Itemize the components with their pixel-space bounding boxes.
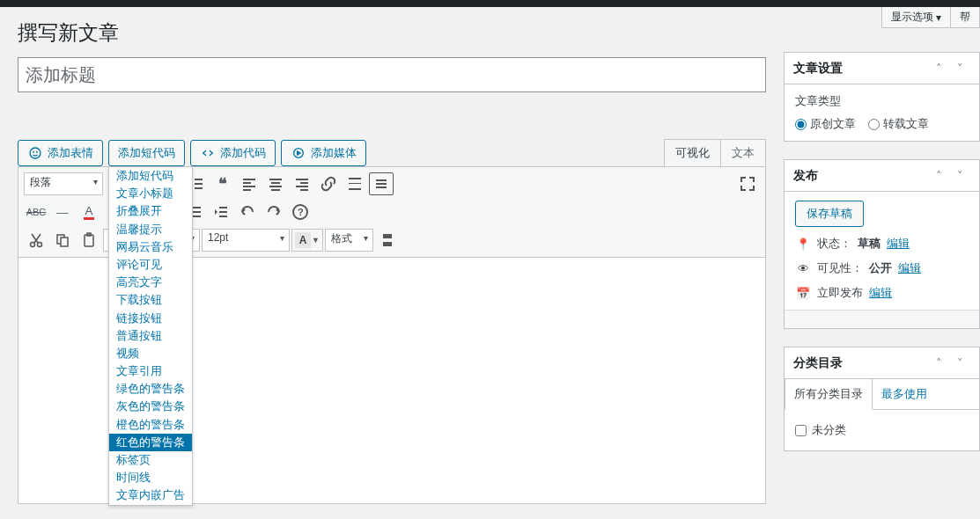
svg-rect-40 xyxy=(219,211,227,213)
shortcode-item[interactable]: 链接按钮 xyxy=(109,310,192,327)
align-left-button[interactable] xyxy=(237,172,262,195)
post-title-input[interactable] xyxy=(18,57,766,92)
move-down-button[interactable]: ˅ xyxy=(949,58,970,79)
paragraph-select[interactable]: 段落 xyxy=(24,172,103,195)
shortcode-item[interactable]: 评论可见 xyxy=(109,256,192,274)
font-size-select[interactable]: 12pt xyxy=(202,229,290,252)
page-break-button[interactable] xyxy=(375,229,400,252)
add-media-button[interactable]: 添加媒体 xyxy=(281,140,366,166)
tab-most-used[interactable]: 最多使用 xyxy=(873,379,936,409)
shortcode-item[interactable]: 温馨提示 xyxy=(109,221,192,238)
shortcode-item[interactable]: 网易云音乐 xyxy=(109,238,192,256)
shortcode-item[interactable]: 折叠展开 xyxy=(109,202,192,220)
svg-rect-18 xyxy=(243,186,255,187)
tab-all-categories[interactable]: 所有分类目录 xyxy=(785,379,873,410)
cut-button[interactable] xyxy=(24,229,48,252)
shortcode-item[interactable]: 高亮文字 xyxy=(109,274,192,291)
screen-options-label: 显示选项 xyxy=(891,10,933,25)
svg-rect-38 xyxy=(193,216,201,217)
svg-rect-36 xyxy=(193,207,201,208)
paste-button[interactable] xyxy=(77,229,101,252)
tab-text[interactable]: 文本 xyxy=(720,139,766,167)
categories-title: 分类目录 xyxy=(793,355,843,371)
svg-rect-13 xyxy=(195,183,203,185)
screen-options-button[interactable]: 显示选项 ▾ xyxy=(881,7,950,28)
shortcode-item[interactable]: 标签页 xyxy=(109,451,192,469)
format-select[interactable]: 格式 xyxy=(325,229,373,252)
category-uncategorized[interactable]: 未分类 xyxy=(795,419,969,442)
toolbar-toggle-button[interactable] xyxy=(369,172,394,195)
edit-status-link[interactable]: 编辑 xyxy=(887,236,910,252)
help-button[interactable]: 帮 xyxy=(950,7,980,28)
shortcode-item[interactable]: 文章内嵌广告 xyxy=(109,486,192,504)
shortcode-item[interactable]: 文章小标题 xyxy=(109,185,192,202)
copy-button[interactable] xyxy=(50,229,75,252)
align-center-button[interactable] xyxy=(263,172,288,195)
svg-rect-39 xyxy=(219,207,227,208)
svg-rect-26 xyxy=(296,186,308,187)
pin-icon: 📍 xyxy=(795,236,811,252)
redo-button[interactable] xyxy=(262,201,286,223)
svg-rect-28 xyxy=(349,178,361,179)
edit-visibility-link[interactable]: 编辑 xyxy=(898,260,921,276)
move-up-button[interactable]: ˄ xyxy=(928,58,949,79)
help-button[interactable]: ? xyxy=(288,201,313,223)
shortcode-item[interactable]: 视频 xyxy=(109,345,192,362)
move-down-button[interactable]: ˅ xyxy=(949,353,970,374)
shortcode-item[interactable]: 橙色的警告条 xyxy=(109,416,192,434)
svg-rect-19 xyxy=(243,189,251,191)
svg-rect-16 xyxy=(243,179,255,180)
svg-rect-41 xyxy=(219,216,227,217)
media-icon xyxy=(291,145,306,161)
post-type-label: 文章类型 xyxy=(795,93,969,109)
bg-color-button[interactable]: A▼ xyxy=(291,229,323,252)
edit-schedule-link[interactable]: 编辑 xyxy=(869,285,892,301)
svg-point-44 xyxy=(31,243,35,247)
svg-rect-23 xyxy=(271,189,280,191)
svg-rect-51 xyxy=(383,242,392,246)
fullscreen-button[interactable] xyxy=(735,172,760,195)
shortcode-item[interactable]: 下载按钮 xyxy=(109,291,192,309)
shortcode-item[interactable]: 普通按钮 xyxy=(109,327,192,345)
svg-rect-25 xyxy=(300,182,308,184)
link-button[interactable] xyxy=(316,172,341,195)
svg-rect-37 xyxy=(193,211,201,213)
post-settings-title: 文章设置 xyxy=(793,61,843,77)
undo-button[interactable] xyxy=(235,201,260,223)
categories-box: 分类目录 ˄ ˅ 所有分类目录 最多使用 未分类 xyxy=(784,347,980,451)
code-icon xyxy=(200,145,216,161)
shortcode-item[interactable]: 灰色的警告条 xyxy=(109,398,192,415)
post-type-repost[interactable]: 转载文章 xyxy=(868,116,929,132)
move-up-button[interactable]: ˄ xyxy=(928,353,949,374)
hr-button[interactable]: — xyxy=(50,201,75,223)
svg-rect-29 xyxy=(349,183,361,184)
post-type-original[interactable]: 原创文章 xyxy=(795,116,856,132)
move-up-button[interactable]: ˄ xyxy=(928,165,949,186)
shortcode-item[interactable]: 文章引用 xyxy=(109,362,192,380)
move-down-button[interactable]: ˅ xyxy=(949,165,970,186)
text-color-button[interactable]: A xyxy=(77,201,101,223)
add-emoji-button[interactable]: 添加表情 xyxy=(18,140,103,166)
align-right-button[interactable] xyxy=(290,172,314,195)
save-draft-button[interactable]: 保存草稿 xyxy=(795,201,864,227)
add-shortcode-button[interactable]: 添加短代码 xyxy=(108,140,185,166)
shortcode-item[interactable]: 红色的警告条 xyxy=(109,434,192,451)
svg-rect-21 xyxy=(271,182,280,184)
readmore-button[interactable] xyxy=(343,172,367,195)
strikethrough-button[interactable]: ABC xyxy=(24,201,48,223)
svg-point-0 xyxy=(30,148,41,158)
svg-rect-11 xyxy=(195,179,203,180)
dropdown-icon: ▼ xyxy=(312,236,320,245)
indent-button[interactable] xyxy=(209,201,233,223)
tab-visual[interactable]: 可视化 xyxy=(664,139,720,167)
shortcode-dropdown: 添加短代码文章小标题折叠展开温馨提示网易云音乐评论可见高亮文字下载按钮链接按钮普… xyxy=(108,166,193,506)
shortcode-item[interactable]: 时间线 xyxy=(109,469,192,486)
svg-point-2 xyxy=(37,151,38,152)
shortcode-item[interactable]: 添加短代码 xyxy=(109,167,192,185)
svg-rect-17 xyxy=(243,182,251,184)
svg-rect-30 xyxy=(349,188,361,190)
blockquote-button[interactable]: ❝ xyxy=(210,172,235,195)
svg-text:?: ? xyxy=(298,207,304,217)
add-code-button[interactable]: 添加代码 xyxy=(190,140,276,166)
shortcode-item[interactable]: 绿色的警告条 xyxy=(109,380,192,398)
